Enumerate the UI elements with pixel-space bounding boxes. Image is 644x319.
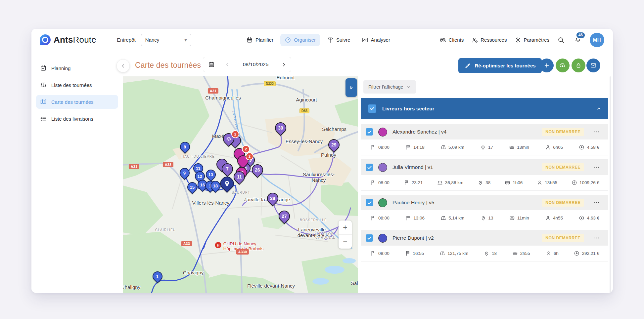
stat-end-time: 13:06 <box>405 215 425 221</box>
driver-stats-row: 08:00 16:55 121,75 km 18 2h55 6h 292,21 … <box>361 246 608 261</box>
chevron-left-icon <box>120 63 126 69</box>
group-header-livreurs-hors-secteur[interactable]: Livreurs hors secteur <box>361 98 608 119</box>
collapse-sidebar-button[interactable] <box>116 59 130 72</box>
page-title: Carte des tournées <box>135 61 201 70</box>
notification-count-badge: 46 <box>575 31 586 39</box>
previous-day-button[interactable] <box>220 57 235 72</box>
filter-display-button[interactable]: Filtrer l'affichage <box>363 80 416 94</box>
nav-planifier[interactable]: Planifier <box>242 34 278 46</box>
driver-card-header[interactable]: Pauline Henry | v5 NON DEMARREE <box>361 195 608 210</box>
stat-duration: 6h <box>546 251 559 256</box>
check-icon <box>369 106 375 111</box>
location-icon <box>224 180 231 187</box>
group-checkbox[interactable] <box>368 104 376 113</box>
driver-card-header[interactable]: Julia Virmond | v1 NON DEMARREE <box>361 160 608 175</box>
stat-distance: 5,09 km <box>440 144 464 150</box>
road-icon <box>437 180 443 185</box>
warehouse-value: Nancy <box>145 37 160 43</box>
stat-end-time: 16:55 <box>405 251 424 256</box>
sidebar-item-liste-livraisons[interactable]: Liste des livraisons <box>36 112 118 126</box>
stat-start-time: 08:00 <box>370 180 390 185</box>
chevron-up-icon[interactable] <box>596 106 602 111</box>
brand-logo[interactable]: AntsRoute <box>40 29 96 51</box>
check-icon <box>367 165 372 170</box>
nav-ressources[interactable]: Ressources <box>472 37 507 43</box>
stat-start-time: 08:00 <box>370 215 390 221</box>
checklist-icon <box>40 115 47 122</box>
stat-cost: 4,63 € <box>579 215 599 221</box>
van-icon <box>505 180 510 185</box>
routes-map[interactable]: EulmontChampigneullesAgincourtMaxévilleS… <box>123 76 358 293</box>
nav-clients[interactable]: Clients <box>439 37 464 43</box>
avatar[interactable]: MH <box>590 33 604 47</box>
driver-name: Alexandre Sanchez | v4 <box>392 129 446 135</box>
cluster-count-badge: 2 <box>246 152 253 160</box>
stat-distance: 5,14 km <box>440 215 464 221</box>
driver-card-header[interactable]: Alexandre Sanchez | v4 NON DEMARREE <box>361 124 608 140</box>
download-circle-icon <box>572 180 577 185</box>
stat-cost: 1009,26 € <box>572 180 599 185</box>
driver-color-dot <box>378 128 387 137</box>
driver-checkbox[interactable] <box>366 164 373 171</box>
driver-checkbox[interactable] <box>366 234 373 242</box>
page: AntsRoute Entrepôt Nancy ▾ Planifier Org… <box>0 0 644 319</box>
main-nav: Planifier Organiser Suivre Analyser <box>242 29 394 51</box>
nav-right: Clients Ressources Paramètres 46 MH <box>439 29 604 51</box>
driver-menu-button[interactable] <box>593 164 600 171</box>
date-navigator: 08/10/2025 <box>203 57 291 72</box>
cloud-download-icon <box>559 62 566 69</box>
chevron-down-icon: ▾ <box>184 37 187 43</box>
stat-driving-time: 11min <box>509 215 529 221</box>
location-pin-icon <box>480 144 486 150</box>
person-icon <box>545 215 551 221</box>
panel-scrollbar[interactable] <box>610 76 611 293</box>
zoom-out-button[interactable]: − <box>339 234 352 249</box>
status-badge: NON DEMARREE <box>542 128 584 136</box>
map-base <box>123 76 358 293</box>
driver-card-header[interactable]: Pierre Dupont | v2 NON DEMARREE <box>361 230 608 246</box>
warehouse-select[interactable]: Nancy ▾ <box>141 34 191 46</box>
download-circle-icon <box>579 215 584 221</box>
finish-flag-icon <box>404 180 409 185</box>
driver-menu-button[interactable] <box>593 199 600 206</box>
export-button[interactable] <box>556 59 570 72</box>
van-icon <box>509 144 515 150</box>
layers-icon <box>226 136 232 142</box>
chevron-down-icon <box>406 85 411 89</box>
add-button[interactable] <box>540 59 554 72</box>
notifications-button[interactable]: 46 <box>574 35 582 45</box>
next-day-button[interactable] <box>276 57 291 72</box>
driver-checkbox[interactable] <box>366 128 373 136</box>
calendar-picker-button[interactable] <box>203 57 220 72</box>
send-mail-button[interactable] <box>586 59 600 72</box>
sidebar-item-planning[interactable]: Planning <box>36 61 118 75</box>
lock-button[interactable] <box>572 59 585 72</box>
search-icon[interactable] <box>557 36 565 44</box>
play-right-icon <box>348 85 354 91</box>
location-pin-icon <box>478 180 483 185</box>
stat-stops: 38 <box>478 180 490 185</box>
reoptimize-button[interactable]: Ré-optimiser les tournées <box>458 58 542 73</box>
gear-icon <box>515 37 521 43</box>
van-icon <box>509 215 515 221</box>
sidebar-item-liste-tournees[interactable]: Liste des tournées <box>36 78 118 92</box>
nav-suivre[interactable]: Suivre <box>323 34 355 46</box>
driver-menu-button[interactable] <box>593 235 600 241</box>
download-circle-icon <box>579 144 584 150</box>
people-icon <box>439 37 446 43</box>
nav-organiser[interactable]: Organiser <box>280 34 320 46</box>
map-icon <box>40 99 47 105</box>
expand-panel-button[interactable] <box>345 78 357 97</box>
zoom-in-button[interactable]: + <box>339 220 352 234</box>
sidebar-item-carte-tournees[interactable]: Carte des tournées <box>36 95 118 109</box>
nav-parametres[interactable]: Paramètres <box>515 37 549 43</box>
person-icon <box>537 180 542 185</box>
finish-flag-icon <box>405 144 411 150</box>
driver-stats-row: 08:00 14:18 5,09 km 17 13min 6h05 4,58 € <box>361 140 608 155</box>
chart-icon <box>362 37 368 43</box>
driver-menu-button[interactable] <box>593 129 600 135</box>
nav-analyser[interactable]: Analyser <box>357 34 394 46</box>
check-icon <box>367 235 372 241</box>
location-pin-icon <box>481 215 486 221</box>
driver-checkbox[interactable] <box>366 199 373 206</box>
